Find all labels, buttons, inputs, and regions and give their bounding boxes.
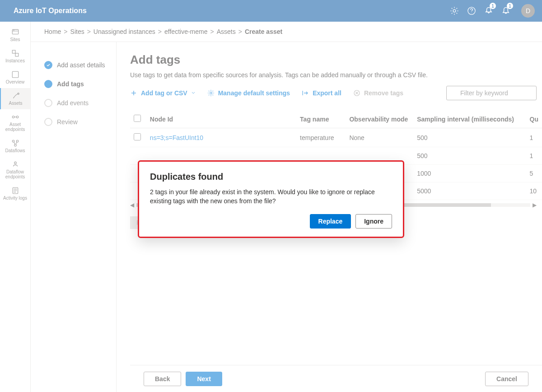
replace-button[interactable]: Replace bbox=[310, 214, 351, 229]
modal-overlay: Duplicates found 2 tags in your file alr… bbox=[0, 0, 542, 392]
ignore-button[interactable]: Ignore bbox=[355, 214, 392, 229]
dialog-title: Duplicates found bbox=[150, 172, 392, 182]
duplicates-dialog: Duplicates found 2 tags in your file alr… bbox=[138, 160, 404, 238]
dialog-body: 2 tags in your file already exist in the… bbox=[150, 187, 392, 206]
